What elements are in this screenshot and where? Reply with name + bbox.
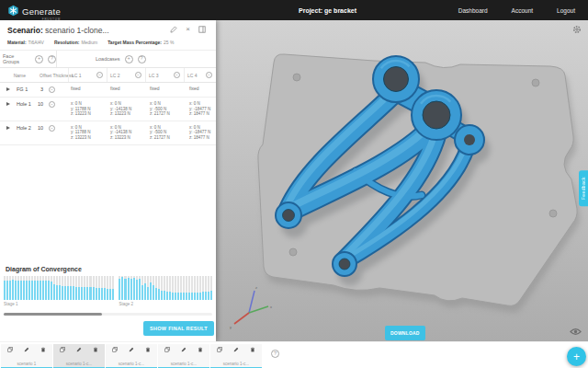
loadcases-help-button[interactable]: ? [138,55,146,63]
tabs-help-button[interactable]: ? [271,350,279,358]
row-name: FG 1 [15,86,35,92]
edit-scenario-button[interactable] [170,26,177,33]
loadcase-cell: x: 0 Ny: -500 Nz: 21727 N [136,125,175,141]
table-row: Hole 110−x: 0 Ny: 11788 Nz: 13223 Nx: 0 … [0,98,216,121]
viewport-3d[interactable]: z x y DOWNLOAD Feedback [216,20,588,341]
loadcase-cell: fixed [96,86,136,92]
app-logo[interactable]: Generate FRUSTUM [0,3,61,17]
edit-scenario-icon[interactable] [181,347,187,352]
topbar: Generate FRUSTUM Project: ge bracket Das… [0,0,588,20]
expand-row-arrow[interactable] [6,126,10,130]
edit-scenario-icon[interactable] [233,347,239,352]
remove-row-button[interactable]: − [49,101,55,108]
row-offset-thickness: 10 [35,125,46,131]
feedback-tab[interactable]: Feedback [579,170,588,206]
close-scenario-button[interactable]: × [186,26,190,33]
delete-scenario-icon[interactable] [145,347,151,352]
row-offset-thickness: 3 [35,86,46,92]
scenario-meta-item: Target Mass Percentage:25 % [107,40,174,45]
loadcase-cell: x: 0 Ny: -14138 Nz: 13223 N [96,101,136,117]
table-group-header: Face Groups + ? Loadcases + ? [0,50,216,68]
convergence-title: Diagram of Convergence [6,266,210,272]
scenario-meta: Material:Ti6Al4VResolution:MediumTarget … [7,40,209,45]
nav-logout[interactable]: Logout [557,7,575,14]
loadcase-cell: x: 0 Ny: -18477 Nz: 18477 N [175,125,215,141]
duplicate-scenario-icon[interactable] [60,347,65,352]
nav-dashboard[interactable]: Dashboard [458,7,488,14]
scenario-tab[interactable]: scenario 1-c... [106,344,157,368]
loadcase-cell: fixed [175,86,215,92]
visibility-eye-icon[interactable] [570,328,582,336]
scenario-tab[interactable]: scenario 1 [1,344,52,368]
row-name: Hole 2 [15,125,35,131]
nav-account[interactable]: Account [512,7,534,14]
delete-scenario-icon[interactable] [40,347,46,352]
loadcase-cell: x: 0 Ny: -500 Nz: 21727 N [136,101,175,117]
edit-scenario-icon[interactable] [129,347,134,352]
loadcase-cell: x: 0 Ny: 11788 Nz: 13223 N [57,101,96,117]
duplicate-scenario-icon[interactable] [7,347,13,352]
convergence-section: Diagram of Convergence Stage 1Stage 2 [0,266,216,316]
scenario-tab[interactable]: scenario 1-c... [53,344,105,368]
scenario-tab[interactable]: scenario 1-c... [158,344,209,368]
loadcase-cell: fixed [136,86,175,92]
svg-text:y: y [230,325,232,329]
column-header-lc-3: LC 3− [145,68,184,82]
scenario-tab-label: scenario 1 [1,362,52,366]
table-header-row: Name Offset Thickness LC 1−LC 2−LC 3−LC … [0,68,216,83]
scenario-panel: Scenario: scenario 1-clone... × [0,20,216,341]
add-loadcase-button[interactable]: + [125,55,133,63]
scenario-tab-label: scenario 1-c... [158,362,209,366]
remove-loadcase-button[interactable]: − [135,72,141,78]
scenario-tab-label: scenario 1-c... [210,362,262,366]
main-area: Scenario: scenario 1-clone... × [0,20,588,341]
loadcase-cell: x: 0 Ny: -18477 Nz: 18477 N [175,101,215,117]
svg-text:x: x [270,305,272,309]
scenario-meta-item: Material:Ti6Al4V [7,40,44,45]
table-body: FG 13−fixedfixedfixedfixedHole 110−x: 0 … [0,83,216,145]
scenario-title: Scenario: scenario 1-clone... [7,26,109,35]
delete-scenario-icon[interactable] [198,347,203,352]
edit-scenario-icon[interactable] [24,347,29,352]
scenario-tab-label: scenario 1-c... [53,362,105,366]
loadcases-label: Loadcases [96,56,120,62]
duplicate-scenario-icon[interactable] [164,347,170,352]
app-root: Generate FRUSTUM Project: ge bracket Das… [0,0,588,368]
edit-scenario-icon[interactable] [76,347,82,352]
scenario-title-label: Scenario: [7,26,43,35]
convergence-chart: Stage 1Stage 2 [4,276,212,306]
scenario-header: Scenario: scenario 1-clone... × [0,20,216,50]
column-header-name: Name [0,73,28,78]
duplicate-scenario-icon[interactable] [112,347,118,352]
download-button[interactable]: DOWNLOAD [385,326,425,340]
remove-row-button[interactable]: − [49,125,55,132]
viewport-settings-gear-icon[interactable] [572,25,582,34]
remove-loadcase-button[interactable]: − [96,72,103,78]
duplicate-scenario-icon[interactable] [217,347,222,352]
panel-spacer [0,145,216,266]
delete-scenario-icon[interactable] [93,347,98,352]
plus-icon: + [573,351,580,362]
scenario-tab[interactable]: scenario 1-c... [210,344,262,368]
project-title: Project: ge bracket [299,7,356,14]
add-scenario-fab[interactable]: + [567,347,586,366]
collapse-panel-button[interactable] [198,26,206,33]
remove-loadcase-button[interactable]: − [206,72,212,78]
remove-loadcase-button[interactable]: − [174,72,180,78]
topbar-nav: Dashboard Account Logout [458,7,588,14]
loadcase-cell: x: 0 Ny: -14138 Nz: 13223 N [96,125,136,141]
pencil-icon [170,26,177,33]
loadcase-cell: fixed [57,86,96,92]
scenario-title-value: scenario 1-clone... [43,26,109,35]
delete-scenario-icon[interactable] [250,347,255,352]
row-name: Hole 1 [15,101,35,107]
face-groups-help-button[interactable]: ? [48,55,56,63]
viewport-3d-scene[interactable]: z x y [216,20,588,341]
logo-hexagon-icon [7,5,19,17]
expand-row-arrow[interactable] [6,87,10,91]
add-face-group-button[interactable]: + [35,55,43,63]
stage-label: Stage 1 [4,302,113,306]
remove-row-button[interactable]: − [49,86,55,93]
show-final-result-button[interactable]: SHOW FINAL RESULT [143,321,214,336]
expand-row-arrow[interactable] [6,102,10,106]
